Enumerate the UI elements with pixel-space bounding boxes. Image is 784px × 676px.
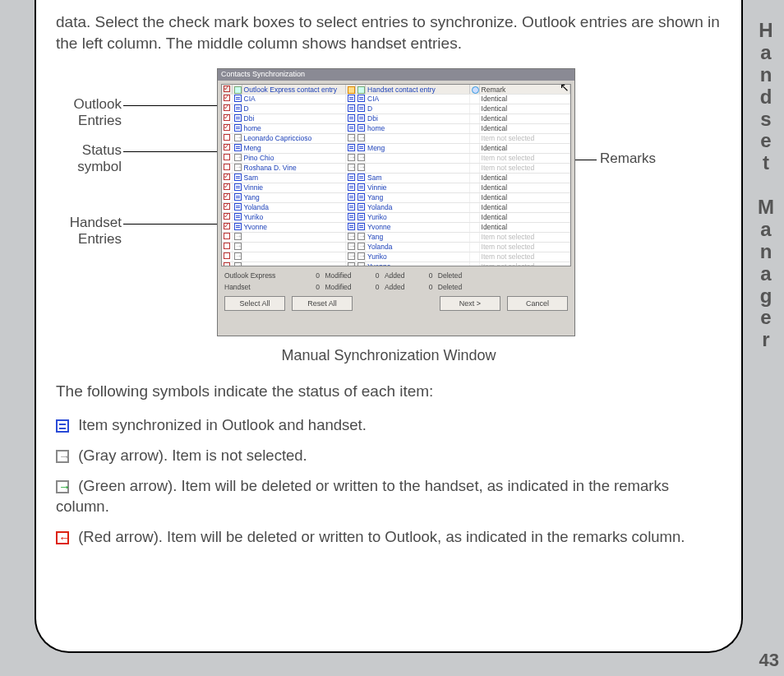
status-icon (348, 114, 355, 122)
remark-cell: Item not selected (479, 232, 570, 242)
header-remark[interactable]: Remark (479, 85, 570, 94)
table-row[interactable]: DbiDbiIdentical (222, 113, 570, 123)
handset-entry: Yuriko (366, 252, 469, 262)
table-row[interactable]: YolandaYolandaIdentical (222, 202, 570, 212)
handset-entry: Vinnie (366, 183, 469, 192)
table-row[interactable]: DDIdentical (222, 104, 570, 113)
row-checkbox[interactable] (224, 243, 230, 249)
status-icon (348, 203, 355, 211)
table-row[interactable]: YvonneYvonneIdentical (222, 222, 570, 232)
reset-all-button[interactable]: Reset All (292, 296, 353, 311)
table-row[interactable]: YurikoItem not selected (222, 252, 570, 262)
row-checkbox[interactable] (224, 252, 230, 259)
status-icon (234, 95, 242, 102)
status-icon (348, 95, 355, 102)
cancel-button[interactable]: Cancel (507, 296, 568, 311)
row-checkbox[interactable] (224, 223, 230, 229)
handset-entry: Dbi (366, 113, 469, 123)
table-row[interactable]: YangItem not selected (222, 232, 570, 242)
outlook-entry: Dbi (242, 113, 345, 123)
table-row[interactable]: YvonneItem not selected (222, 262, 570, 266)
remark-cell: Item not selected (479, 252, 570, 262)
row-checkbox[interactable] (224, 203, 230, 210)
row-checkbox[interactable] (224, 164, 230, 170)
table-row[interactable]: YurikoYurikoIdentical (222, 212, 570, 222)
remark-cell: Identical (479, 113, 570, 123)
remark-cell: Identical (479, 104, 570, 113)
dialog-titlebar: Contacts Synchronization (218, 69, 574, 81)
row-checkbox[interactable] (224, 233, 230, 239)
remark-cell: Identical (479, 143, 570, 153)
outlook-entry: Sam (242, 173, 345, 183)
status-icon (357, 183, 365, 191)
status-icon (357, 193, 365, 201)
row-checkbox[interactable] (224, 144, 230, 150)
sync-dialog: Contacts Synchronization ↖ Outlook Expre… (217, 68, 575, 336)
status-icon (357, 124, 365, 132)
status-icon (357, 95, 365, 102)
gray-arrow-icon (56, 450, 69, 463)
select-all-button[interactable]: Select All (224, 296, 285, 311)
status-icon (234, 114, 242, 122)
row-checkbox[interactable] (224, 174, 230, 180)
table-row[interactable]: VinnieVinnieIdentical (222, 183, 570, 192)
remark-cell: Item not selected (479, 133, 570, 143)
label-remarks: Remarks (600, 150, 656, 167)
row-checkbox[interactable] (224, 183, 230, 190)
remark-cell: Item not selected (479, 242, 570, 252)
row-checkbox[interactable] (224, 95, 230, 101)
status-icon (357, 223, 365, 230)
status-icon (357, 262, 365, 267)
outlook-entry: home (242, 123, 345, 133)
table-row[interactable]: CIACIAIdentical (222, 94, 570, 104)
status-icon (348, 193, 355, 201)
status-icon (357, 174, 365, 181)
row-checkbox[interactable] (224, 134, 230, 141)
header-outlook[interactable]: Outlook Express contact entry (242, 85, 345, 94)
table-row[interactable]: Roshana D. VineItem not selected (222, 163, 570, 173)
stats-row-outlook: Outlook Express 0 Modified 0 Added 0 Del… (218, 270, 574, 281)
status-icon (357, 134, 365, 141)
row-checkbox[interactable] (224, 213, 230, 220)
status-icon (357, 144, 365, 151)
header-remark-icon (469, 85, 479, 94)
sync-table: Outlook Express contact entry Handset co… (221, 84, 571, 266)
status-icon (234, 124, 242, 132)
legend-synced: Item synchronized in Outlook and handset… (56, 415, 722, 436)
table-row[interactable]: MengMengIdentical (222, 143, 570, 153)
status-icon (348, 174, 355, 181)
row-checkbox[interactable] (224, 154, 230, 160)
status-icon (234, 262, 242, 267)
header-handset[interactable]: Handset contact entry (366, 85, 469, 94)
status-icon (357, 154, 365, 161)
header-status-icon (346, 85, 356, 94)
remark-cell: Identical (479, 212, 570, 222)
row-checkbox[interactable] (224, 262, 230, 266)
table-row[interactable]: homehomeIdentical (222, 123, 570, 133)
status-icon (348, 154, 355, 161)
status-icon (234, 243, 242, 250)
row-checkbox[interactable] (224, 114, 230, 121)
row-checkbox[interactable] (224, 193, 230, 200)
next-button[interactable]: Next > (440, 296, 500, 311)
handset-entry (366, 163, 469, 173)
table-row[interactable]: SamSamIdentical (222, 173, 570, 183)
table-row[interactable]: Leonardo CapricciosoItem not selected (222, 133, 570, 143)
row-checkbox[interactable] (224, 104, 230, 111)
table-row[interactable]: YolandaItem not selected (222, 242, 570, 252)
outlook-entry: Roshana D. Vine (242, 163, 345, 173)
header-checkbox[interactable] (222, 85, 232, 94)
table-row[interactable]: YangYangIdentical (222, 192, 570, 202)
outlook-entry (242, 262, 345, 266)
outlook-entry: Leonardo Capriccioso (242, 133, 345, 143)
row-checkbox[interactable] (224, 124, 230, 131)
legend-red: (Red arrow). Item will be deleted or wri… (56, 527, 722, 548)
outlook-entry: D (242, 104, 345, 113)
header-handset-icon (356, 85, 366, 94)
handset-entry: Yang (366, 232, 469, 242)
table-row[interactable]: Pino ChioItem not selected (222, 153, 570, 163)
status-icon (348, 243, 355, 250)
status-icon (234, 154, 242, 161)
cursor-icon: ↖ (560, 81, 570, 94)
handset-entry: Sam (366, 173, 469, 183)
